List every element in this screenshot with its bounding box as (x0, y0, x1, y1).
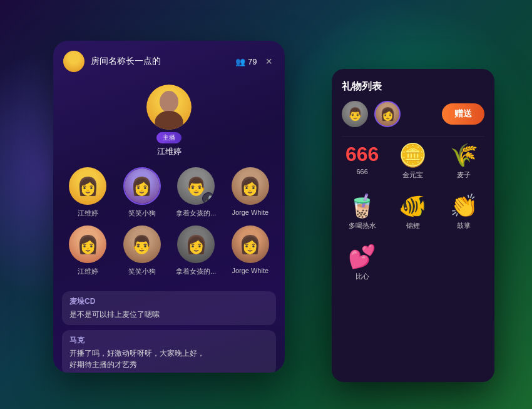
participant-name: Jorge White (232, 209, 269, 216)
participant-avatar: 👩 (123, 167, 161, 205)
participant-item[interactable]: 👩 Jorge White (226, 225, 275, 276)
message-text: 开播了吗，好激动呀呀呀，大家晚上好，好期待主播的才艺秀 (69, 348, 269, 370)
gift-panel: 礼物列表 👨 👩 赠送 666 666 🪙 金元宝 🌾 麦子 🧋 多喝热水 🐠 … (332, 69, 494, 382)
member-count-value: 79 (248, 57, 257, 66)
gift-item-drink[interactable]: 🧋 多喝热水 (337, 187, 387, 238)
header-host-avatar (63, 51, 84, 72)
participant-item[interactable]: 👨 笑笑小狗 (118, 225, 167, 276)
participant-avatar: 👨 (123, 225, 161, 263)
recipient-avatar-1[interactable]: 👨 (342, 101, 368, 127)
gift-icon-goldbar: 🪙 (399, 144, 427, 167)
gift-item-goldbar[interactable]: 🪙 金元宝 (387, 137, 438, 187)
gift-item-wheat[interactable]: 🌾 麦子 (439, 137, 489, 187)
gift-item-heart[interactable]: 💕 比心 (337, 238, 387, 289)
message-user: 麦垛CD (69, 296, 269, 307)
gift-icon-666: 666 (345, 144, 379, 164)
chat-panel: 房间名称长一点的 👥 79 × 主播 江维婷 👩 江维婷 👩 笑笑小狗 (53, 41, 285, 373)
gift-recipients: 👨 👩 赠送 (332, 101, 494, 136)
message-bubble: 麦垛CD 是不是可以排上麦位了嗯嗦 (62, 291, 276, 325)
host-name: 江维婷 (157, 146, 182, 157)
chat-messages: 麦垛CD 是不是可以排上麦位了嗯嗦 马克 开播了吗，好激动呀呀呀，大家晚上好，好… (53, 286, 285, 373)
gift-icon-clap: 👏 (450, 195, 478, 217)
gift-label-fish: 锦鲤 (406, 221, 420, 230)
participant-name: 江维婷 (78, 209, 98, 218)
send-gift-button[interactable]: 赠送 (442, 103, 484, 125)
gift-label-heart: 比心 (356, 272, 369, 281)
gift-label-goldbar: 金元宝 (402, 170, 423, 180)
participant-name: 笑笑小狗 (128, 209, 156, 218)
main-host-section: 主播 江维婷 (53, 80, 285, 167)
gift-item-666[interactable]: 666 666 (337, 137, 387, 187)
gift-icon-fish: 🐠 (399, 195, 427, 217)
participant-name: 笑笑小狗 (128, 267, 156, 276)
mute-icon: 🎤 (202, 192, 215, 205)
participant-item[interactable]: 👩 江维婷 (63, 225, 113, 276)
participant-item[interactable]: 👩 笑笑小狗 (118, 167, 167, 218)
people-icon: 👥 (235, 57, 245, 66)
main-host-avatar (146, 85, 192, 130)
message-user: 马克 (69, 335, 269, 346)
participant-name: 江维婷 (78, 267, 98, 276)
close-button[interactable]: × (263, 53, 275, 71)
participant-avatar: 👩 (177, 225, 215, 263)
room-name: 房间名称长一点的 (91, 56, 229, 67)
message-text: 是不是可以排上麦位了嗯嗦 (69, 309, 269, 320)
gift-label-666: 666 (356, 168, 367, 175)
participant-item[interactable]: 👩 江维婷 (63, 167, 113, 218)
gift-label-drink: 多喝热水 (349, 221, 376, 230)
participant-avatar: 👩 (69, 167, 106, 205)
participant-name: 拿着女孩的... (176, 209, 216, 218)
participant-item[interactable]: 👨 🎤 拿着女孩的... (171, 167, 221, 218)
gift-label-wheat: 麦子 (457, 170, 471, 180)
participant-avatar: 👨 🎤 (177, 167, 215, 205)
participant-name: Jorge White (232, 267, 269, 274)
gift-item-fish[interactable]: 🐠 锦鲤 (387, 187, 438, 238)
gift-label-clap: 鼓掌 (457, 221, 471, 230)
panel-header: 房间名称长一点的 👥 79 × (53, 41, 285, 80)
participant-avatar: 👩 (69, 225, 106, 263)
member-count: 👥 79 (235, 57, 257, 66)
gift-icon-drink: 🧋 (348, 195, 376, 217)
gift-item-clap[interactable]: 👏 鼓掌 (439, 187, 489, 238)
recipient-avatar-2[interactable]: 👩 (374, 101, 401, 127)
gift-icon-wheat: 🌾 (450, 144, 478, 167)
participant-item[interactable]: 👩 拿着女孩的... (171, 225, 221, 276)
participant-avatar: 👩 (232, 225, 269, 263)
gift-grid: 666 666 🪙 金元宝 🌾 麦子 🧋 多喝热水 🐠 锦鲤 👏 鼓掌 💕 比心 (332, 137, 494, 289)
gift-panel-title: 礼物列表 (332, 69, 494, 101)
participant-item[interactable]: 👩 Jorge White (226, 167, 275, 218)
participant-avatar: 👩 (232, 167, 269, 205)
host-badge: 主播 (156, 132, 182, 143)
participants-grid: 👩 江维婷 👩 笑笑小狗 👨 🎤 拿着女孩的... 👩 Jorge White (53, 167, 285, 286)
message-bubble: 马克 开播了吗，好激动呀呀呀，大家晚上好，好期待主播的才艺秀 (62, 330, 276, 373)
gift-icon-heart: 💕 (348, 246, 376, 268)
participant-name: 拿着女孩的... (176, 267, 216, 276)
